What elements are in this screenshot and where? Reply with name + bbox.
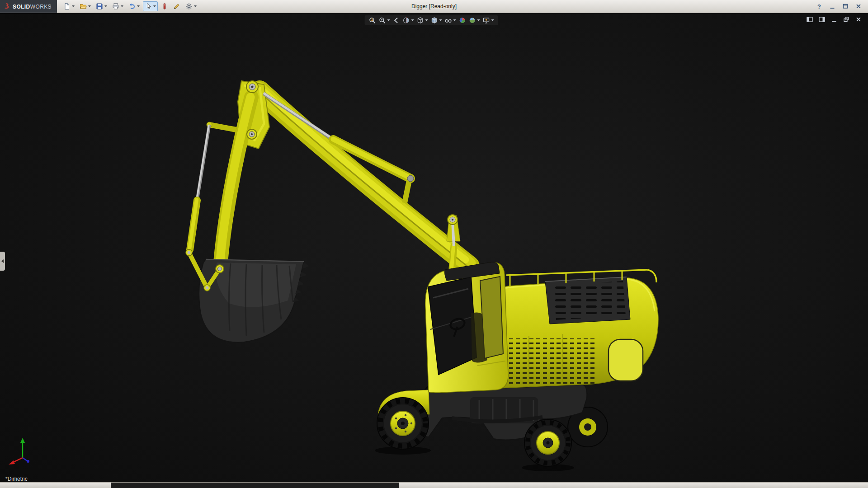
dropdown-arrow-icon[interactable] <box>439 19 442 21</box>
dropdown-arrow-icon[interactable] <box>88 5 91 7</box>
record-macro-icon <box>161 3 168 10</box>
close-button[interactable] <box>854 2 863 10</box>
maximize-button[interactable] <box>840 2 850 10</box>
dropdown-arrow-icon[interactable] <box>425 19 428 21</box>
boom <box>259 89 473 271</box>
dropdown-arrow-icon[interactable] <box>411 19 414 21</box>
hide-show-items-button[interactable] <box>444 16 457 24</box>
pane-left-icon <box>806 16 813 23</box>
orientation-triad <box>6 435 38 467</box>
section-view-icon <box>403 17 410 24</box>
brand-text-light: WORKS <box>30 4 52 10</box>
pane-right-icon <box>818 16 826 23</box>
rear-window <box>609 339 643 381</box>
section-view-button[interactable] <box>402 16 415 24</box>
minimize-icon <box>829 3 836 10</box>
solidworks-window: SOLIDWORKS Digger [Read-only] ? <box>0 0 868 488</box>
sketch-icon <box>173 3 180 10</box>
view-settings-icon <box>483 17 490 24</box>
apply-scene-icon <box>469 17 476 24</box>
stick-arm <box>220 97 251 268</box>
doc-close-button[interactable] <box>854 16 863 23</box>
hide-show-items-icon <box>445 17 452 24</box>
new-document-button[interactable] <box>61 1 76 11</box>
document-window-controls <box>806 16 863 23</box>
new-document-icon <box>63 3 71 10</box>
display-style-icon <box>431 17 438 24</box>
doc-restore-button[interactable] <box>842 16 850 23</box>
view-orientation-icon <box>417 17 424 24</box>
zoom-to-fit-icon <box>369 17 376 24</box>
previous-view-button[interactable] <box>392 16 401 24</box>
dropdown-arrow-icon[interactable] <box>137 5 140 7</box>
help-button[interactable]: ? <box>814 2 824 10</box>
open-document-button[interactable] <box>78 1 93 11</box>
previous-view-icon <box>393 17 400 24</box>
save-icon <box>96 3 103 10</box>
doc-close-icon <box>855 16 862 23</box>
body-house[interactable] <box>487 270 658 388</box>
open-document-icon <box>80 3 87 10</box>
dropdown-arrow-icon[interactable] <box>387 19 390 21</box>
digger-model[interactable] <box>0 13 868 482</box>
doc-minimize-button[interactable] <box>830 16 838 23</box>
save-button[interactable] <box>94 1 109 11</box>
dropdown-arrow-icon[interactable] <box>453 19 456 21</box>
edit-appearance-button[interactable] <box>458 16 467 24</box>
edit-appearance-icon <box>459 17 466 24</box>
dropdown-arrow-icon[interactable] <box>72 5 75 7</box>
sketch-button[interactable] <box>171 1 182 11</box>
zoom-to-area-button[interactable] <box>378 16 391 24</box>
statusbar <box>0 482 868 488</box>
dropdown-arrow-icon[interactable] <box>477 19 480 21</box>
zoom-to-fit-button[interactable] <box>368 16 377 24</box>
undo-button[interactable] <box>127 1 142 11</box>
pane-left-button[interactable] <box>806 16 814 23</box>
side-window <box>480 277 503 358</box>
dropdown-arrow-icon[interactable] <box>491 19 494 21</box>
dropdown-arrow-icon[interactable] <box>121 5 123 7</box>
options-button[interactable] <box>184 1 198 11</box>
dropdown-arrow-icon[interactable] <box>104 5 107 7</box>
triad-z-axis <box>23 458 29 463</box>
viewport-3d[interactable]: *Dimetric <box>0 13 868 482</box>
triad-y-axis <box>20 438 25 458</box>
pane-right-button[interactable] <box>818 16 826 23</box>
engine-hood <box>545 277 630 324</box>
print-button[interactable] <box>110 1 125 11</box>
statusbar-message-area <box>111 483 399 488</box>
help-icon: ? <box>817 3 821 10</box>
zoom-to-area-icon <box>379 17 386 24</box>
options-icon <box>185 3 193 10</box>
featuremanager-collapse-tab[interactable] <box>0 252 5 271</box>
titlebar: SOLIDWORKS Digger [Read-only] ? <box>0 0 868 13</box>
record-macro-button[interactable] <box>159 1 170 11</box>
minimize-button[interactable] <box>827 2 837 10</box>
maximize-icon <box>842 3 849 10</box>
solidworks-logo: SOLIDWORKS <box>0 0 57 13</box>
heads-up-toolbar <box>365 15 498 25</box>
print-icon <box>112 3 119 10</box>
side-grille <box>497 334 594 387</box>
triad-x-axis <box>9 458 23 465</box>
brand-text-bold: SOLID <box>13 4 30 10</box>
front-wheel[interactable] <box>375 398 431 455</box>
dassault-3ds-logo-icon <box>3 3 11 10</box>
select-icon <box>145 3 152 10</box>
collapse-left-icon <box>1 259 4 263</box>
dropdown-arrow-icon[interactable] <box>153 5 156 7</box>
apply-scene-button[interactable] <box>468 16 481 24</box>
dropdown-arrow-icon[interactable] <box>194 5 197 7</box>
window-controls: ? <box>814 2 868 10</box>
doc-restore-icon <box>843 16 850 23</box>
main-toolbar <box>61 1 198 11</box>
doc-minimize-icon <box>830 16 838 23</box>
undo-icon <box>128 3 136 10</box>
display-style-button[interactable] <box>430 16 443 24</box>
view-orientation-button[interactable] <box>416 16 429 24</box>
view-settings-button[interactable] <box>482 16 495 24</box>
close-icon <box>855 3 862 10</box>
select-button[interactable] <box>143 1 158 11</box>
view-orientation-label: *Dimetric <box>5 476 28 482</box>
